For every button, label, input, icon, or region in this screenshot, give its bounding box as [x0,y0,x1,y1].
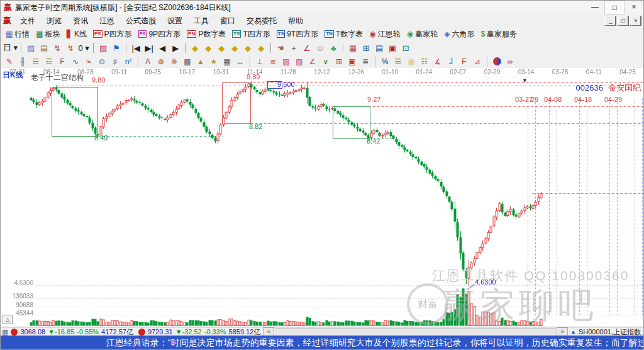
calendar-icon[interactable]: ▦ [347,42,359,54]
percent-tool[interactable]: % [379,57,391,67]
pattern-icon[interactable]: ▨ [97,42,109,54]
star-tool[interactable]: ★ [208,57,220,67]
yinyang-icon[interactable] [491,57,503,67]
menu-item[interactable]: 设置 [162,15,188,27]
winner-wheel-button[interactable]: ◉赢家轮 [404,28,440,40]
p-number-button[interactable]: PNP数字表 [184,28,228,40]
support-line-tool[interactable]: ⊥ [253,57,266,67]
first-bar-button[interactable]: |◀ [130,42,142,54]
scroll-right-button[interactable]: > [557,327,568,336]
menu-item[interactable]: 文件 [14,15,41,27]
text-tool[interactable]: A [142,57,154,67]
triangle-tool[interactable]: ▲ [194,57,207,67]
clover-icon[interactable]: ♣ [327,42,340,54]
period-selector[interactable]: 日 ▾ [3,42,18,54]
sectors-button-label: 板块 [45,29,60,40]
last-bar-button[interactable]: ▶| [143,42,155,54]
menu-item[interactable]: 帮助 [282,15,309,27]
fib-tool[interactable]: F [56,57,69,67]
diamond-tool-6[interactable]: ◆ [255,42,267,54]
sectors-button[interactable]: ▩板块 [33,28,62,40]
calculator-icon[interactable]: ⊞ [360,42,372,54]
trend-down-icon[interactable]: ↯ [64,42,77,54]
waves-tool[interactable]: ≋ [267,57,279,67]
next-bar-button[interactable]: ▶ [169,42,182,54]
diamond-tool-3[interactable]: ◆ [215,42,228,54]
child-close-button[interactable]: × [630,16,641,26]
ellipse-tool[interactable]: ⊖ [96,57,108,67]
gann-grid-tool[interactable]: ╫ [16,57,29,67]
trigram-tool-1[interactable]: ☱ [30,57,42,67]
p-square-button[interactable]: PSP四方形 [91,28,135,40]
t9-square-button[interactable]: T99T四方形 [274,28,321,40]
quotes-button[interactable]: ▦行情 [3,28,32,40]
grid-plus-tool[interactable]: ⊞ [333,57,345,67]
square-number-tool[interactable]: n² [122,57,135,67]
layout-grid-icon[interactable]: ▦ [2,328,8,336]
solid-box-tool[interactable]: ▣ [346,57,358,67]
shaded-box-tool[interactable]: ▩ [181,57,194,67]
minimize-button[interactable]: — [586,1,604,13]
maximize-button[interactable]: □ [604,1,625,14]
p9-square-button[interactable]: P99P四方形 [136,28,183,40]
child-restore-button[interactable]: □ [617,16,629,26]
shade-tool-2[interactable]: ▧ [293,57,306,67]
gann-wheel-button[interactable]: ◉江恩轮 [367,28,402,40]
trigram-tool-2[interactable]: ☲ [43,57,55,67]
angle-tool[interactable]: ∠ [301,42,313,54]
gann-percent-tool[interactable]: ☰ [392,57,404,67]
right-triangle-tool[interactable]: ⊿ [471,57,484,67]
wave-tool[interactable]: ∿ [69,57,82,67]
child-minimize-button[interactable]: _ [604,16,616,26]
j-angle-tool[interactable]: J [445,57,457,67]
chart-scrollbar-track[interactable] [275,328,556,336]
t-square-button[interactable]: TST四方形 [230,28,273,40]
f-angle-tool[interactable]: F [458,57,470,67]
infinity-icon[interactable]: ∞ [504,57,516,67]
measured-angle-tool[interactable]: ∡ [431,57,444,67]
circle-tool[interactable]: ◎ [405,57,418,67]
kline-button[interactable]: ▋K线 [64,28,89,40]
gann-circle-tool[interactable]: ⊕ [155,57,167,67]
check-tool[interactable]: ∨ [319,57,332,67]
close-button[interactable]: × [625,1,643,13]
panel-icon[interactable]: ▤ [38,42,50,54]
box-grid-tool[interactable]: ▦ [221,57,233,67]
diamond-tool-4[interactable]: ◆ [228,42,241,54]
collapse-button[interactable]: △ [3,315,13,324]
diamond-tool-5[interactable]: ◆ [242,42,254,54]
span-tool[interactable]: ↔ [234,57,247,67]
flag-icon[interactable]: ⚑ [110,42,123,54]
diamond-tool-2[interactable]: ◆ [202,42,214,54]
pencil-tool[interactable]: ✎ [3,57,16,67]
menu-item[interactable]: 工具 [188,15,214,27]
t-number-button[interactable]: TNT数字表 [322,28,365,40]
angle-line-tool[interactable]: ∠ [306,57,319,67]
cycle-tool[interactable]: ≈ [82,57,95,67]
hand-tool[interactable]: ☚ [274,42,287,54]
winner-service-button[interactable]: $赢家服务 [478,28,519,40]
prev-bar-button[interactable]: ◀ [156,42,169,54]
shade-tool-1[interactable]: ▨ [280,57,292,67]
scroll-left-button[interactable]: < [263,327,274,336]
menu-item[interactable]: 窗口 [214,15,241,27]
report-icon[interactable]: ▤ [373,42,386,54]
menu-item[interactable]: 交易委托 [241,15,282,27]
crosshair-tool[interactable]: + [287,42,300,54]
grid-lines-tool[interactable]: ♯ [109,57,121,67]
menu-item[interactable]: 公式选股 [120,15,162,27]
window-layout-icon[interactable]: ▧ [25,42,37,54]
menu-item[interactable]: 浏览 [41,15,67,27]
hexagon-button[interactable]: ◈六角形 [441,28,477,40]
save-icon[interactable]: ▣ [386,42,399,54]
menu-item[interactable]: 资讯 [67,15,94,27]
menu-item[interactable]: 江恩 [94,15,120,27]
export-icon[interactable]: ⊡ [399,42,412,54]
trend-up-icon[interactable]: ↯ [51,42,64,54]
trigram-tool-3[interactable]: ☷ [418,57,431,67]
multi-line-tool[interactable]: ≣ [359,57,372,67]
star-lines-tool[interactable]: ※ [168,57,180,67]
diamond-tool-1[interactable]: ◆ [189,42,201,54]
face-icon[interactable]: ☺ [314,42,326,54]
adjust-selector[interactable]: 0 ▾ [77,42,90,54]
